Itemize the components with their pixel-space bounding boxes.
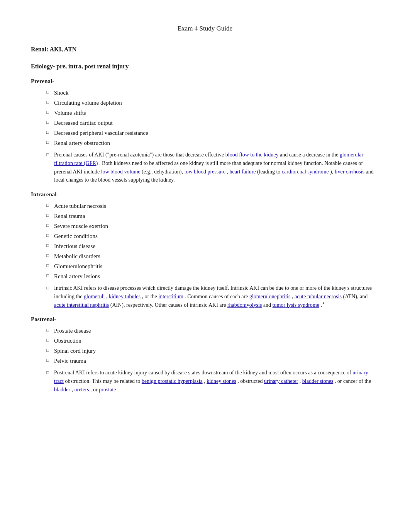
intrarenal-link-interstitium[interactable]: interstitium: [158, 294, 183, 299]
postrenal-text-7: ,: [70, 387, 75, 393]
page-title: Exam 4 Study Guide: [31, 23, 379, 34]
postrenal-text-1: Postrenal AKI refers to acute kidney inj…: [54, 370, 352, 376]
list-item: Severe muscle exertion: [46, 221, 379, 231]
postrenal-paragraph: Postrenal AKI refers to acute kidney inj…: [46, 369, 379, 394]
prerenal-link-low-blood-volume[interactable]: low blood volume: [101, 169, 141, 175]
list-item: Pelvic trauma: [46, 356, 379, 365]
intrarenal-link-glomeruli[interactable]: glomeruli: [84, 294, 105, 299]
etiology-heading: Etiology- pre, intra, post renal injury: [31, 61, 379, 71]
list-item: Renal artery obstruction: [46, 138, 379, 148]
postrenal-link-prostate[interactable]: prostate: [99, 387, 116, 393]
postrenal-heading: Postrenal-: [31, 314, 379, 324]
list-item: Decreased peripheral vascular resistance: [46, 128, 379, 138]
renal-heading: Renal: AKI, ATN: [31, 44, 379, 54]
postrenal-text-8: , or: [89, 387, 99, 393]
prerenal-text-6: (leading to: [256, 169, 282, 175]
intrarenal-link-atn[interactable]: acute tubular necrosis: [295, 294, 342, 299]
postrenal-link-kidney-stones[interactable]: kidney stones: [207, 378, 236, 384]
postrenal-text-6: , or cancer of the: [333, 378, 371, 384]
intrarenal-link-kidney-tubules[interactable]: kidney tubules: [109, 294, 141, 299]
postrenal-link-bph[interactable]: benign prostatic hyperplasia: [142, 378, 203, 384]
list-item: Renal trauma: [46, 211, 379, 221]
postrenal-link-ureters[interactable]: ureters: [74, 387, 89, 393]
prerenal-text-1: Prerenal causes of AKI ("pre-renal azote…: [54, 152, 225, 158]
list-item: Acute tubular necrosis: [46, 201, 379, 211]
intrarenal-link-glomerulonephritis[interactable]: glomerulonephritis: [249, 294, 291, 299]
prerenal-list: Shock Circulating volume depletion Volum…: [46, 88, 379, 148]
intrarenal-text-6: (ATN), and: [342, 294, 368, 299]
list-item: Glomuerulonephritis: [46, 262, 379, 271]
prerenal-text-5: ,: [225, 169, 230, 175]
intrarenal-text-4: . Common causes of each are: [183, 294, 249, 299]
intrarenal-link-ain[interactable]: acute interstitial nephritis: [54, 302, 109, 308]
list-item: Prostate disease: [46, 326, 379, 335]
prerenal-text-7: ),: [329, 169, 335, 175]
list-item: Renal artery lesions: [46, 272, 379, 281]
list-item: Genetic conditions: [46, 231, 379, 241]
intrarenal-paragraph: Intrinsic AKI refers to disease processe…: [46, 284, 379, 309]
prerenal-heading: Prerenal-: [31, 76, 379, 86]
list-item: Spinal cord injury: [46, 346, 379, 355]
list-item: Infectious disease: [46, 241, 379, 251]
prerenal-link-low-blood-pressure[interactable]: low blood pressure: [185, 169, 226, 175]
intrarenal-text-7: (AIN), respectively. Other causes of int…: [109, 302, 227, 308]
list-item: Shock: [46, 88, 379, 97]
prerenal-link-cardiorenal[interactable]: cardiorenal syndrome: [282, 169, 329, 175]
intrarenal-text-2: ,: [105, 294, 109, 299]
postrenal-text-2: obstruction. This may be related to: [64, 378, 142, 384]
prerenal-text-2: and cause a decrease in the: [278, 152, 339, 158]
intrarenal-text-3: , or the: [141, 294, 158, 299]
prerenal-link-heart-failure[interactable]: heart failure: [230, 169, 256, 175]
list-item: Obstruction: [46, 336, 379, 345]
list-item: Metabolic disorders: [46, 252, 379, 261]
intrarenal-link-tumor-lysis[interactable]: tumor lysis syndrome: [273, 302, 319, 308]
prerenal-paragraph: Prerenal causes of AKI ("pre-renal azote…: [46, 151, 379, 184]
prerenal-text-4: (e.g., dehydration),: [141, 169, 185, 175]
postrenal-link-bladder-stones[interactable]: bladder stones: [302, 378, 333, 384]
prerenal-link-liver-cirrhosis[interactable]: liver cirrhosis: [335, 169, 364, 175]
postrenal-text-4: , obstructed: [236, 378, 264, 384]
postrenal-text-9: .: [116, 387, 119, 393]
prerenal-link-blood-flow[interactable]: blood flow to the kidney: [225, 152, 279, 158]
intrarenal-link-rhabdomyolysis[interactable]: rhabdomyolysis: [227, 302, 262, 308]
postrenal-text-5: ,: [298, 378, 302, 384]
intrarenal-heading: Intrarenal-: [31, 190, 379, 199]
intrarenal-text-5: ,: [290, 294, 295, 299]
postrenal-list: Prostate disease Obstruction Spinal cord…: [46, 326, 379, 365]
list-item: Volume shifts: [46, 108, 379, 117]
intrarenal-text-8: and: [262, 302, 272, 308]
postrenal-link-urinary-catheter[interactable]: urinary catheter: [264, 378, 298, 384]
postrenal-text-3: ,: [203, 378, 207, 384]
list-item: Circulating volume depletion: [46, 98, 379, 107]
postrenal-link-bladder[interactable]: bladder: [54, 387, 70, 393]
intrarenal-text-9: .˂: [319, 302, 325, 308]
intrarenal-list: Acute tubular necrosis Renal trauma Seve…: [46, 201, 379, 281]
list-item: Decreased cardiac output: [46, 118, 379, 127]
